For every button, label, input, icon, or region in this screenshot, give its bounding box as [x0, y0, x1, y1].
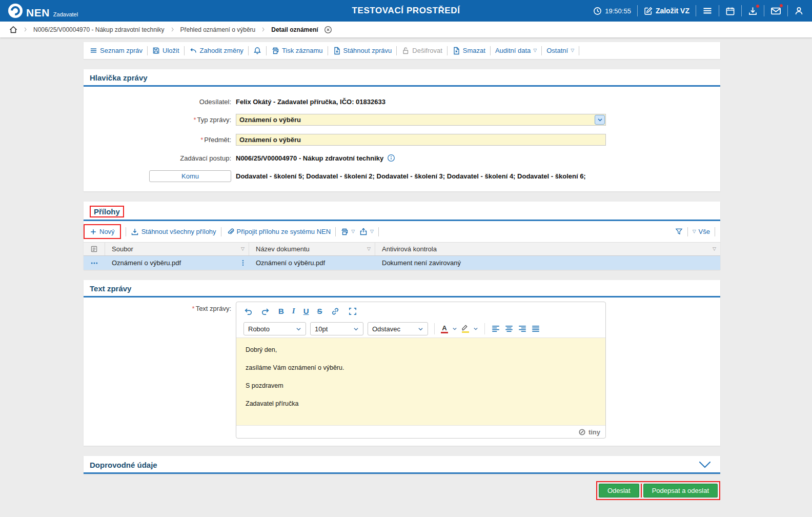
cell-antivir: Dokument není zavirovaný — [375, 256, 720, 270]
select-dropdown-button[interactable] — [595, 115, 605, 125]
breadcrumb: N006/25/V00004970 - Nákup zdravotní tech… — [0, 22, 812, 37]
annotation-divider — [641, 484, 642, 498]
field-label-text: Typ zprávy: — [197, 116, 231, 124]
sign-and-send-button[interactable]: Podepsat a odeslat — [643, 484, 718, 498]
export-attachments-button[interactable]: ▽ — [359, 228, 374, 236]
fullscreen-icon[interactable] — [348, 307, 357, 316]
attach-from-nen-button[interactable]: Připojit přílohu ze systému NEN — [226, 228, 331, 236]
other-button[interactable]: Ostatní ▽ — [546, 47, 574, 54]
highlight-color-button[interactable] — [461, 325, 469, 333]
create-vz-button[interactable]: Založit VZ — [644, 7, 689, 15]
editor-content-area[interactable]: Dobrý den, zasíláme Vám oznámení o výběr… — [236, 338, 605, 425]
filter-all-button[interactable]: ▽ Vše — [693, 228, 710, 235]
print-record-button[interactable]: Tisk záznamu — [271, 47, 323, 55]
cell-nazev: Oznámení o výběru.pdf — [249, 256, 375, 270]
download-message-button[interactable]: Stáhnout zprávu — [333, 47, 392, 55]
row-actions[interactable] — [84, 256, 105, 270]
highlight-color-dropdown[interactable] — [473, 327, 478, 331]
text-color-dropdown[interactable] — [452, 327, 457, 331]
close-tab-icon[interactable] — [324, 26, 332, 34]
column-filter-icon[interactable]: ▽ — [367, 247, 371, 251]
brand-name: NEN — [26, 7, 50, 18]
align-left-icon[interactable] — [491, 324, 500, 333]
brand[interactable]: NEN Zadavatel — [8, 4, 78, 18]
attachment-row[interactable]: Oznámení o výběru.pdf Oznámení o výběru.… — [84, 256, 720, 270]
info-icon[interactable] — [387, 154, 395, 162]
paragraph: zasíláme Vám oznámení o výběru. — [246, 364, 596, 371]
tiny-logo-text[interactable]: tiny — [588, 428, 600, 436]
divider — [741, 5, 742, 16]
divider — [787, 5, 788, 16]
text-color-button[interactable]: A — [441, 325, 448, 333]
attachment-document-name: Oznámení o výběru.pdf — [256, 259, 325, 267]
home-icon[interactable] — [9, 26, 17, 34]
dropdown-triangle-icon: ▽ — [571, 48, 574, 53]
filter-funnel-icon[interactable] — [675, 228, 683, 235]
section-title: Text zprávy — [90, 284, 131, 293]
divider — [126, 227, 126, 236]
menu-icon[interactable] — [702, 6, 713, 16]
align-right-icon[interactable] — [518, 324, 527, 333]
breadcrumb-item-list[interactable]: Přehled oznámení o výběru — [180, 26, 256, 33]
divider — [434, 323, 435, 334]
divider — [248, 46, 249, 55]
font-size-select[interactable]: 10pt — [310, 322, 363, 335]
message-list-button[interactable]: Seznam zpráv — [90, 47, 143, 54]
chevron-right-icon — [261, 27, 266, 32]
column-header-soubor[interactable]: Soubor ▽ — [105, 243, 249, 255]
save-label: Uložit — [163, 47, 179, 54]
print-attachments-button[interactable]: ▽ — [340, 228, 355, 236]
komu-button[interactable]: Komu — [149, 170, 231, 182]
top-header: NEN Zadavatel TESTOVACÍ PROSTŘEDÍ 19:50:… — [0, 0, 812, 22]
kebab-menu-icon[interactable] — [241, 259, 245, 267]
underline-button[interactable]: U — [303, 307, 309, 315]
delete-label: Smazat — [463, 47, 485, 54]
new-attachment-button[interactable]: Nový — [90, 228, 115, 235]
strikethrough-button[interactable]: S — [317, 307, 322, 315]
calendar-icon[interactable] — [725, 6, 735, 16]
column-filter-icon[interactable]: ▽ — [241, 247, 245, 251]
italic-button[interactable]: I — [292, 307, 295, 315]
decrypt-label: Dešifrovat — [412, 47, 442, 54]
column-header-nazev[interactable]: Název dokumentu ▽ — [249, 243, 375, 255]
divider — [579, 46, 579, 55]
user-icon[interactable] — [794, 6, 804, 16]
table-settings-column[interactable] — [84, 243, 105, 255]
list-icon — [90, 47, 97, 54]
block-format-select[interactable]: Odstavec — [368, 322, 428, 335]
font-family-select[interactable]: Roboto — [243, 322, 306, 335]
mail-icon[interactable] — [770, 6, 781, 16]
align-center-icon[interactable] — [504, 324, 514, 333]
delete-button[interactable]: Smazat — [452, 47, 485, 55]
bold-button[interactable]: B — [278, 307, 284, 315]
column-filter-icon[interactable]: ▽ — [713, 247, 716, 251]
text-color-swatch — [441, 332, 448, 333]
predmet-input[interactable]: Oznámení o výběru — [236, 134, 606, 146]
save-button[interactable]: Uložit — [152, 47, 179, 54]
column-label: Soubor — [112, 245, 133, 253]
section-title: Doprovodné údaje — [90, 461, 157, 469]
download-icon[interactable] — [748, 6, 758, 16]
field-komu: Komu Dodavatel - školení 5; Dodavatel - … — [90, 170, 714, 182]
message-list-label: Seznam zpráv — [100, 47, 143, 54]
printer-icon — [271, 47, 279, 55]
download-all-attachments-button[interactable]: Stáhnout všechny přílohy — [131, 228, 216, 236]
clock-icon — [593, 7, 602, 15]
redo-icon[interactable] — [261, 307, 270, 316]
decrypt-button: Dešifrovat — [401, 47, 442, 55]
audit-data-button[interactable]: Auditní data ▽ — [495, 47, 537, 54]
dropdown-triangle-icon: ▽ — [533, 48, 537, 53]
required-marker: * — [192, 305, 195, 312]
annotation-box-actions: Odeslat Podepsat a odeslat — [596, 481, 720, 500]
expand-section-chevron-icon[interactable] — [696, 460, 714, 469]
notify-button[interactable] — [253, 47, 261, 55]
undo-icon[interactable] — [243, 307, 253, 316]
column-header-antivir[interactable]: Antivirová kontrola ▽ — [375, 243, 720, 255]
typ-zpravy-select[interactable]: Oznámení o výběru — [236, 114, 606, 126]
align-justify-icon[interactable] — [531, 324, 540, 333]
discard-changes-button[interactable]: Zahodit změny — [189, 47, 243, 55]
export-icon — [359, 228, 368, 236]
send-button[interactable]: Odeslat — [599, 484, 639, 498]
link-icon[interactable] — [331, 307, 340, 316]
breadcrumb-item-procedure[interactable]: N006/25/V00004970 - Nákup zdravotní tech… — [33, 26, 165, 33]
